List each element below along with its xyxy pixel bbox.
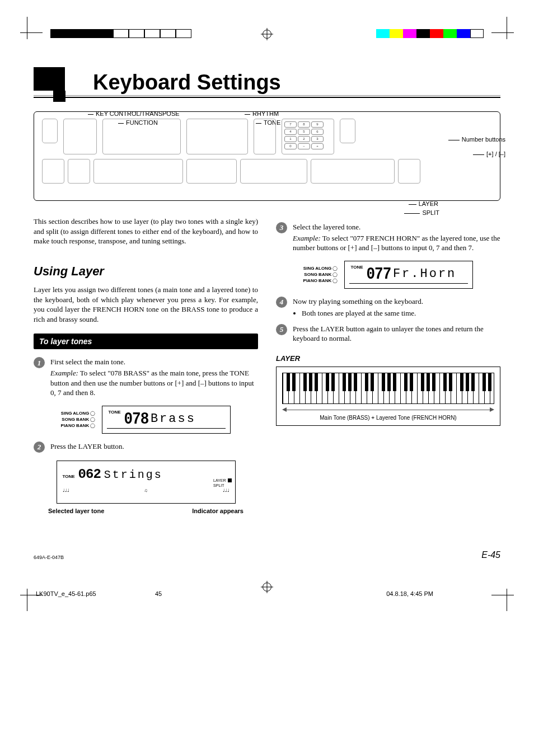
intro-paragraph: This section describes how to use layer … [34, 217, 258, 246]
step-number-icon: 4 [276, 297, 287, 308]
lcd2-caption-right: Indicator appears [192, 507, 243, 515]
lcd-display-3: SING ALONG SONG BANK PIANO BANK TONE 077… [276, 261, 500, 289]
step-number-icon: 2 [34, 442, 45, 453]
step-number-icon: 3 [276, 222, 287, 233]
page-footer: 649A-E-047B E-45 [34, 549, 500, 561]
page-header: Keyboard Settings [34, 67, 500, 91]
printer-marks-top [34, 17, 500, 56]
example-label: Example: [293, 234, 321, 242]
step-5-text: Press the LAYER button again to unlayer … [293, 325, 484, 343]
step-4-text: Now try playing something on the keyboar… [293, 297, 423, 306]
step-5: 5 Press the LAYER button again to unlaye… [276, 324, 500, 344]
keyboard-diagram: KEY CONTROL/TRANSPOSE FUNCTION RHYTHM TO… [34, 111, 500, 201]
step-3: 3 Select the layered tone. Example: To s… [276, 222, 500, 253]
printer-marks-bottom: LK90TV_e_45-61.p65 45 04.8.18, 4:45 PM [34, 577, 500, 605]
step-number-icon: 1 [34, 357, 45, 368]
step-3-example: To select "077 FRENCH HORN" as the layer… [293, 234, 500, 252]
page-title: Keyboard Settings [93, 68, 281, 97]
step-2-text: Press the LAYER button. [50, 442, 124, 450]
step-1: 1 First select the main tone. Example: T… [34, 357, 258, 397]
lcd2-caption-left: Selected layer tone [48, 507, 104, 515]
step-2: 2 Press the LAYER button. [34, 442, 258, 453]
footer-file: LK90TV_e_45-61.p65 [36, 590, 96, 598]
footer-sheet: 45 [155, 590, 162, 598]
footer-timestamp: 04.8.18, 4:45 PM [386, 590, 433, 598]
footer-code: 649A-E-047B [34, 554, 64, 561]
lcd-display-1: SING ALONG SONG BANK PIANO BANK TONE 078… [34, 406, 258, 434]
layer-figure-heading: LAYER [276, 354, 500, 364]
using-layer-heading: Using Layer [34, 263, 258, 280]
step-3-text: Select the layered tone. [293, 223, 360, 231]
example-label: Example: [50, 369, 78, 377]
step-number-icon: 5 [276, 324, 287, 335]
to-layer-heading: To layer tones [34, 334, 258, 350]
layer-figure-caption: Main Tone (BRASS) + Layered Tone (FRENCH… [282, 414, 494, 422]
step-1-text: First select the main tone. [50, 358, 125, 366]
lcd-display-2: TONE 062 Strings LAYER SPLIT ♩♩♩♫♩♩♩ [57, 461, 236, 504]
footer-page: E-45 [481, 549, 500, 561]
step-1-example: To select "078 BRASS" as the main tone, … [50, 369, 254, 397]
layer-keyboard-figure: Main Tone (BRASS) + Layered Tone (FRENCH… [276, 367, 500, 426]
step-4: 4 Now try playing something on the keybo… [276, 297, 500, 318]
using-layer-body: Layer lets you assign two different tone… [34, 285, 258, 324]
step-4-bullet: Both tones are played at the same time. [302, 308, 500, 318]
